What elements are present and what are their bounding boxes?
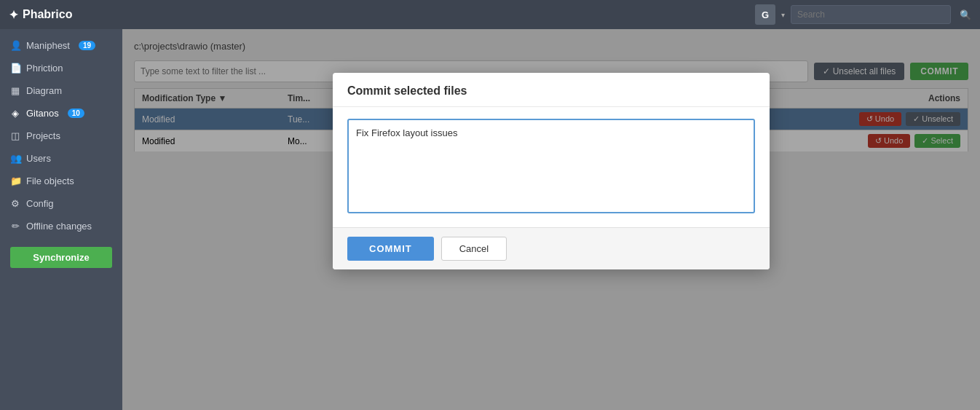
topnav: ✦ Phabrico G ▾ 🔍 bbox=[0, 0, 980, 29]
offline-changes-icon: ✏ bbox=[10, 221, 20, 232]
logo-icon: ✦ bbox=[9, 8, 18, 22]
sidebar: 👤 Maniphest 19 📄 Phriction ▦ Diagram ◈ G… bbox=[0, 29, 122, 410]
sidebar-label-file-objects: File objects bbox=[26, 176, 74, 186]
file-objects-icon: 📁 bbox=[10, 176, 20, 186]
sidebar-label-offline-changes: Offline changes bbox=[26, 221, 92, 232]
search-icon[interactable]: 🔍 bbox=[960, 9, 971, 20]
sidebar-label-users: Users bbox=[26, 153, 51, 164]
sidebar-item-maniphest[interactable]: 👤 Maniphest 19 bbox=[0, 35, 122, 56]
avatar-dropdown-icon[interactable]: ▾ bbox=[781, 11, 785, 19]
sidebar-item-offline-changes[interactable]: ✏ Offline changes bbox=[0, 216, 122, 237]
users-icon: 👥 bbox=[10, 153, 20, 164]
sidebar-item-users[interactable]: 👥 Users bbox=[0, 148, 122, 169]
commit-message-input[interactable]: Fix Firefox layout issues bbox=[347, 119, 755, 213]
sidebar-label-gitanos: Gitanos bbox=[26, 108, 59, 119]
modal-footer: COMMIT Cancel bbox=[333, 227, 770, 269]
config-icon: ⚙ bbox=[10, 198, 20, 209]
app-layout: 👤 Maniphest 19 📄 Phriction ▦ Diagram ◈ G… bbox=[0, 29, 980, 410]
synchronize-button[interactable]: Synchronize bbox=[10, 247, 112, 268]
modal-body: Fix Firefox layout issues bbox=[333, 107, 770, 227]
sidebar-item-phriction[interactable]: 📄 Phriction bbox=[0, 58, 122, 79]
maniphest-badge: 19 bbox=[79, 41, 95, 50]
phriction-icon: 📄 bbox=[10, 63, 20, 74]
projects-icon: ◫ bbox=[10, 130, 20, 141]
modal-overlay: Commit selected files Fix Firefox layout… bbox=[122, 29, 980, 410]
sidebar-label-config: Config bbox=[26, 198, 54, 209]
diagram-icon: ▦ bbox=[10, 85, 20, 96]
app-logo[interactable]: ✦ Phabrico bbox=[9, 8, 72, 22]
main-content: c:\projects\drawio (master) ✓ Unselect a… bbox=[122, 29, 980, 410]
modal-commit-button[interactable]: COMMIT bbox=[347, 237, 434, 261]
gitanos-icon: ◈ bbox=[10, 108, 20, 119]
commit-modal: Commit selected files Fix Firefox layout… bbox=[333, 73, 770, 269]
sidebar-label-projects: Projects bbox=[26, 130, 60, 141]
gitanos-badge: 10 bbox=[68, 109, 84, 118]
sidebar-item-config[interactable]: ⚙ Config bbox=[0, 193, 122, 214]
sidebar-item-file-objects[interactable]: 📁 File objects bbox=[0, 170, 122, 192]
sidebar-item-diagram[interactable]: ▦ Diagram bbox=[0, 80, 122, 101]
search-input[interactable] bbox=[791, 5, 951, 24]
app-title: Phabrico bbox=[23, 8, 72, 21]
sidebar-item-gitanos[interactable]: ◈ Gitanos 10 bbox=[0, 103, 122, 124]
modal-title: Commit selected files bbox=[333, 73, 770, 107]
sidebar-item-projects[interactable]: ◫ Projects bbox=[0, 125, 122, 146]
sidebar-label-diagram: Diagram bbox=[26, 85, 62, 96]
sidebar-label-maniphest: Maniphest bbox=[26, 40, 70, 51]
maniphest-icon: 👤 bbox=[10, 40, 20, 51]
modal-cancel-button[interactable]: Cancel bbox=[441, 237, 507, 261]
user-avatar[interactable]: G bbox=[755, 4, 775, 25]
sidebar-label-phriction: Phriction bbox=[26, 63, 63, 74]
